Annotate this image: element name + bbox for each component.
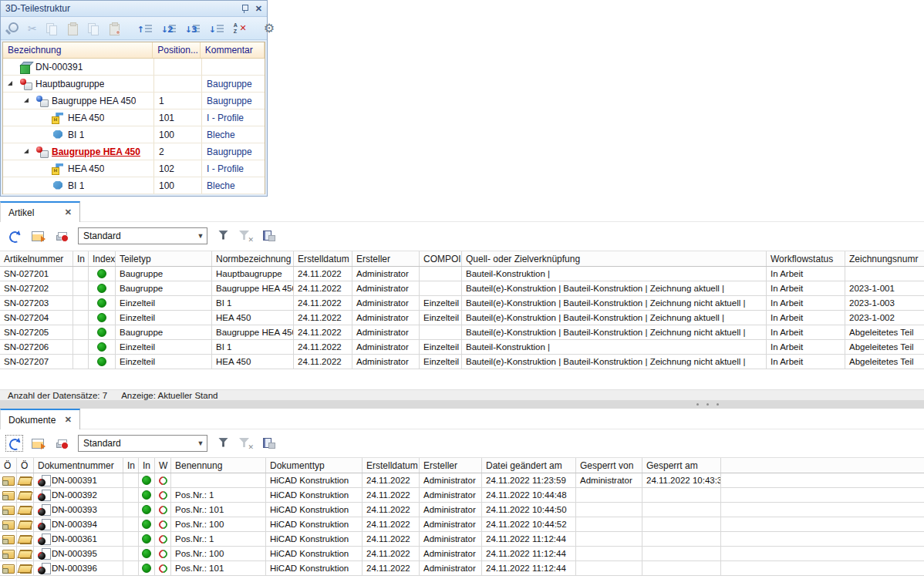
folder-lock-icon[interactable] <box>2 563 15 574</box>
settings-gear-icon[interactable]: ⚙ <box>264 22 275 35</box>
paste-with-reference-icon[interactable] <box>108 22 120 35</box>
column-header[interactable]: Datei geändert am <box>482 458 576 473</box>
tree-row[interactable]: HEA 450102I - Profile <box>3 160 265 177</box>
column-header[interactable]: Gesperrt am <box>642 458 721 473</box>
column-header[interactable]: Dokumenttyp <box>266 458 363 473</box>
view-combobox[interactable]: Standard ▼ <box>78 435 207 452</box>
tree-row[interactable]: Baugruppe HEA 4502Baugruppe <box>3 143 265 160</box>
column-header[interactable]: Ersteller <box>352 251 420 266</box>
print-icon[interactable] <box>56 443 67 448</box>
column-header[interactable]: Erstelldatum <box>294 251 352 266</box>
table-row[interactable]: DN-000396Pos.Nr.: 101HiCAD Konstruktion2… <box>0 561 924 576</box>
folder-open-icon[interactable] <box>19 534 32 544</box>
column-header[interactable]: Workflowstatus <box>767 251 845 266</box>
table-row[interactable]: DN-000392Pos.Nr.: 1HiCAD Konstruktion24.… <box>0 488 924 503</box>
tab-dokumente[interactable]: Dokumente ✕ <box>0 409 80 429</box>
column-header[interactable]: In <box>123 458 139 473</box>
folder-lock-icon[interactable] <box>2 475 15 486</box>
paste-icon[interactable] <box>66 22 79 35</box>
tree-row[interactable]: BI 1100Bleche <box>3 126 265 143</box>
table-row[interactable]: SN-027204EinzelteilHEA 45024.11.2022Admi… <box>0 311 924 325</box>
filter-icon[interactable] <box>218 438 228 449</box>
table-row[interactable]: SN-027202BaugruppeBaugruppe HEA 45024.11… <box>0 281 924 296</box>
clear-sort-icon[interactable] <box>233 22 247 35</box>
link-document-icon[interactable] <box>263 438 275 449</box>
table-row[interactable]: DN-000391HiCAD Konstruktion24.11.2022Adm… <box>0 473 924 488</box>
tree-column-header[interactable]: Bezeichnung <box>3 42 153 58</box>
expander-icon[interactable] <box>22 146 32 157</box>
cut-icon[interactable]: ✂ <box>28 22 37 35</box>
panel-splitter[interactable] <box>0 400 924 409</box>
tree-row[interactable]: BI 1100Bleche <box>3 177 265 194</box>
tree-column-header[interactable]: Kommentar <box>201 42 265 58</box>
table-row[interactable]: SN-027206EinzelteilBI 124.11.2022Adminis… <box>0 340 924 355</box>
result-window-icon[interactable] <box>32 231 46 242</box>
column-header[interactable] <box>721 458 924 473</box>
tab-artikel[interactable]: Artikel ✕ <box>0 201 80 222</box>
column-header[interactable]: Artikelnummer <box>0 251 73 266</box>
folder-lock-icon[interactable] <box>2 504 15 515</box>
pin-icon[interactable] <box>241 4 249 14</box>
column-header[interactable]: Quell- oder Zielverknüpfung <box>462 251 767 266</box>
expand-all-icon[interactable] <box>209 22 224 35</box>
view-combobox[interactable]: Standard ▼ <box>78 227 207 244</box>
close-icon[interactable]: ✕ <box>255 5 262 13</box>
copy-icon[interactable] <box>46 22 58 35</box>
column-header[interactable]: Ö <box>17 458 34 473</box>
column-header[interactable]: Zeichnungsnumr <box>845 251 924 266</box>
find-icon[interactable] <box>5 22 19 35</box>
result-window-icon[interactable] <box>32 438 46 449</box>
column-header[interactable]: Indexa <box>89 251 116 266</box>
expand-level-3-icon[interactable] <box>185 22 201 35</box>
tab-close-icon[interactable]: ✕ <box>65 207 72 217</box>
folder-lock-icon[interactable] <box>2 534 15 544</box>
table-row[interactable]: SN-027205BaugruppeBaugruppe HEA 45024.11… <box>0 325 924 340</box>
link-document-icon[interactable] <box>263 231 275 241</box>
chevron-down-icon[interactable]: ▼ <box>194 232 207 240</box>
table-row[interactable]: SN-027203EinzelteilBI 124.11.2022Adminis… <box>0 296 924 311</box>
chevron-down-icon[interactable]: ▼ <box>194 439 207 447</box>
table-row[interactable]: SN-027207EinzelteilHEA 45024.11.2022Admi… <box>0 355 924 369</box>
folder-open-icon[interactable] <box>19 475 32 486</box>
table-row[interactable]: DN-000394Pos.Nr.: 100HiCAD Konstruktion2… <box>0 517 924 532</box>
tab-close-icon[interactable]: ✕ <box>65 415 72 425</box>
column-header[interactable]: In <box>139 458 155 473</box>
tree-row[interactable]: DN-000391 <box>3 59 265 76</box>
expander-icon[interactable] <box>6 79 16 89</box>
folder-lock-icon[interactable] <box>2 490 15 500</box>
table-row[interactable]: DN-000393Pos.Nr.: 101HiCAD Konstruktion2… <box>0 503 924 517</box>
column-header[interactable]: W <box>155 458 171 473</box>
column-header[interactable]: Teiletyp <box>116 251 212 266</box>
clear-filter-icon[interactable] <box>239 438 252 449</box>
print-icon[interactable] <box>56 235 67 241</box>
clear-filter-icon[interactable] <box>239 231 252 241</box>
tree-row[interactable]: HauptbaugruppeBaugruppe <box>3 76 265 93</box>
column-header[interactable]: COMPOI <box>420 251 462 266</box>
column-header[interactable]: Erstelldatum <box>363 458 420 473</box>
refresh-icon[interactable] <box>8 437 21 449</box>
refresh-icon[interactable] <box>8 230 21 242</box>
expand-level-2-icon[interactable] <box>161 22 177 35</box>
column-header[interactable]: In <box>73 251 89 266</box>
column-header[interactable]: Gesperrt von <box>576 458 642 473</box>
column-header[interactable]: Ersteller <box>420 458 482 473</box>
table-row[interactable]: DN-000395Pos.Nr.: 100HiCAD Konstruktion2… <box>0 547 924 561</box>
column-header[interactable]: Dokumentnummer <box>34 458 123 473</box>
filter-icon[interactable] <box>218 231 228 242</box>
folder-open-icon[interactable] <box>19 490 32 500</box>
copy-with-reference-icon[interactable] <box>87 22 99 35</box>
tree-row[interactable]: Baugruppe HEA 4501Baugruppe <box>3 93 265 109</box>
expander-icon[interactable] <box>22 96 32 106</box>
column-header[interactable]: Benennung <box>171 458 266 473</box>
table-row[interactable]: DN-000361Pos.Nr.: 1HiCAD Konstruktion24.… <box>0 532 924 547</box>
tree-row[interactable]: HEA 450101I - Profile <box>3 109 265 126</box>
folder-open-icon[interactable] <box>19 563 32 574</box>
tree-column-header[interactable]: Position... <box>153 42 200 58</box>
folder-lock-icon[interactable] <box>2 519 15 530</box>
column-header[interactable]: Normbezeichnung <box>212 251 294 266</box>
collapse-all-icon[interactable] <box>137 22 153 35</box>
folder-open-icon[interactable] <box>19 504 32 515</box>
folder-lock-icon[interactable] <box>2 548 15 559</box>
table-row[interactable]: SN-027201BaugruppeHauptbaugruppe24.11.20… <box>0 267 924 281</box>
folder-open-icon[interactable] <box>19 519 32 530</box>
